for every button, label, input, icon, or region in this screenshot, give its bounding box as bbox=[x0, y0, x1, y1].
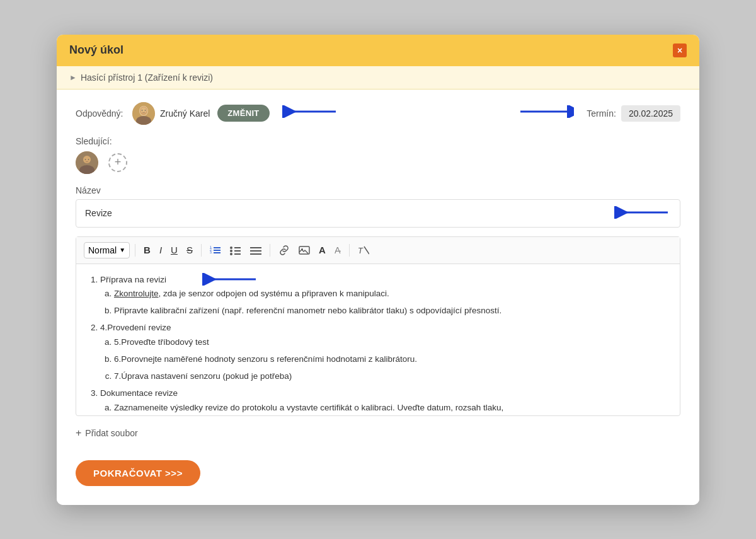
toolbar-separator-4 bbox=[349, 244, 350, 257]
list-item: 5.Proveďte tříbodový test bbox=[114, 335, 668, 350]
list-item-text: Zaznameneite výsledky revize do protokol… bbox=[114, 403, 503, 412]
followers-row: + bbox=[76, 151, 680, 174]
arrow-right-icon bbox=[517, 105, 574, 122]
unordered-list-button[interactable] bbox=[227, 243, 244, 257]
svg-point-13 bbox=[85, 159, 86, 160]
responsible-row: Odpovědný: Zručný Karel ZMĚNIT bbox=[76, 102, 680, 125]
breadcrumb-text: Hasící přístroj 1 (Zařízení k revizi) bbox=[81, 72, 213, 83]
svg-point-6 bbox=[142, 110, 143, 111]
toolbar-separator-3 bbox=[270, 244, 270, 257]
responsible-name: Zručný Karel bbox=[160, 108, 210, 119]
continue-button[interactable]: POKRAČOVAT >>> bbox=[76, 460, 200, 486]
svg-point-24 bbox=[230, 253, 232, 255]
list-item-text: Dokumentace revize bbox=[100, 388, 178, 398]
svg-point-14 bbox=[88, 159, 89, 160]
list-item: 4.Provedení revize 5.Proveďte tříbodový … bbox=[100, 321, 668, 384]
style-selector[interactable]: Normal ▼ bbox=[84, 242, 130, 258]
editor-list: Příprava na revizi Zkontrolujte, zda je … bbox=[88, 273, 668, 415]
editor-arrow-icon bbox=[202, 270, 259, 292]
add-file-label: Přidat soubor bbox=[85, 428, 137, 438]
avatar bbox=[132, 102, 155, 125]
deadline-value[interactable]: 20.02.2025 bbox=[621, 105, 680, 122]
name-field-label: Název bbox=[76, 185, 680, 195]
svg-text:T: T bbox=[358, 246, 364, 255]
list-item: Zaznameneite výsledky revize do protokol… bbox=[114, 401, 668, 415]
svg-point-22 bbox=[230, 246, 232, 249]
italic-button[interactable]: I bbox=[156, 243, 165, 257]
underline-button[interactable]: U bbox=[168, 243, 181, 257]
arrow-left-icon bbox=[282, 105, 339, 122]
list-item: 7.Úprava nastavení senzoru (pokud je pot… bbox=[114, 369, 668, 384]
list-item-text: 5.Proveďte tříbodový test bbox=[114, 337, 209, 347]
list-item-text: Zkontrolujte bbox=[114, 289, 159, 298]
name-input-value[interactable]: Revize bbox=[85, 208, 614, 218]
breadcrumb-arrow-icon: ► bbox=[69, 73, 77, 82]
strikethrough-button[interactable]: S bbox=[183, 243, 196, 257]
svg-point-7 bbox=[145, 110, 146, 111]
sub-list: Zaznameneite výsledky revize do protokol… bbox=[100, 401, 668, 415]
highlight-button[interactable]: A̶ bbox=[331, 243, 344, 257]
editor-toolbar: Normal ▼ B I U S 1.2.3. bbox=[76, 237, 680, 264]
name-input-row: Revize bbox=[76, 199, 680, 228]
list-item-text: 4.Provedení revize bbox=[100, 323, 171, 332]
sub-list: Zkontrolujte, zda je senzor odpojen od s… bbox=[100, 287, 668, 318]
chevron-down-icon: ▼ bbox=[119, 246, 125, 253]
svg-point-23 bbox=[230, 250, 232, 252]
editor-content[interactable]: Příprava na revizi Zkontrolujte, zda je … bbox=[76, 264, 680, 415]
modal: Nový úkol × ► Hasící přístroj 1 (Zařízen… bbox=[57, 35, 699, 505]
list-item: Příprava na revizi Zkontrolujte, zda je … bbox=[100, 273, 668, 319]
list-item-text: , zda je senzor odpojen od systému a při… bbox=[159, 289, 389, 298]
style-selector-value: Normal bbox=[88, 245, 117, 255]
close-button[interactable]: × bbox=[673, 43, 687, 57]
svg-point-11 bbox=[83, 156, 91, 163]
followers-label: Sledující: bbox=[76, 136, 680, 146]
add-file-row[interactable]: + Přidat soubor bbox=[76, 425, 680, 441]
responsible-label: Odpovědný: bbox=[76, 108, 126, 119]
bold-button[interactable]: B bbox=[140, 243, 154, 257]
editor-container: Normal ▼ B I U S 1.2.3. bbox=[76, 236, 680, 416]
followers-section: Sledující: + bbox=[76, 136, 680, 174]
modal-header: Nový úkol × bbox=[57, 35, 699, 66]
add-follower-button[interactable]: + bbox=[108, 153, 127, 172]
align-button[interactable] bbox=[247, 243, 265, 257]
list-item-text: Připravte kalibrační zařízení (např. ref… bbox=[114, 306, 501, 315]
toolbar-separator-2 bbox=[201, 244, 202, 257]
change-responsible-button[interactable]: ZMĚNIT bbox=[217, 105, 269, 122]
list-item-text: 7.Úprava nastavení senzoru (pokud je pot… bbox=[114, 371, 292, 381]
sub-list: 5.Proveďte tříbodový test 6.Porovnejte n… bbox=[100, 335, 668, 384]
modal-body: Odpovědný: Zručný Karel ZMĚNIT bbox=[57, 90, 699, 505]
link-button[interactable] bbox=[275, 243, 293, 257]
add-file-plus-icon: + bbox=[76, 427, 81, 439]
toolbar-separator bbox=[135, 244, 135, 257]
list-item: Zkontrolujte, zda je senzor odpojen od s… bbox=[114, 287, 668, 301]
name-arrow-icon bbox=[614, 206, 671, 221]
svg-text:3.: 3. bbox=[210, 250, 212, 254]
follower-avatar bbox=[76, 151, 98, 174]
breadcrumb: ► Hasící přístroj 1 (Zařízení k revizi) bbox=[57, 66, 699, 90]
ordered-list-button[interactable]: 1.2.3. bbox=[207, 243, 224, 257]
deadline-label: Termín: bbox=[587, 108, 616, 119]
svg-line-34 bbox=[364, 246, 369, 254]
list-item: Dokumentace revize Zaznameneite výsledky… bbox=[100, 386, 668, 415]
list-item-text: 6.Porovnejte naměřené hodnoty senzoru s … bbox=[114, 354, 417, 364]
modal-title: Nový úkol bbox=[69, 43, 123, 57]
list-item-text: Příprava na revizi bbox=[100, 275, 166, 284]
clear-format-button[interactable]: T bbox=[355, 243, 372, 257]
list-item: Připravte kalibrační zařízení (např. ref… bbox=[114, 304, 668, 318]
list-item: 6.Porovnejte naměřené hodnoty senzoru s … bbox=[114, 352, 668, 367]
image-button[interactable] bbox=[295, 243, 313, 257]
text-color-button[interactable]: A bbox=[316, 243, 329, 257]
